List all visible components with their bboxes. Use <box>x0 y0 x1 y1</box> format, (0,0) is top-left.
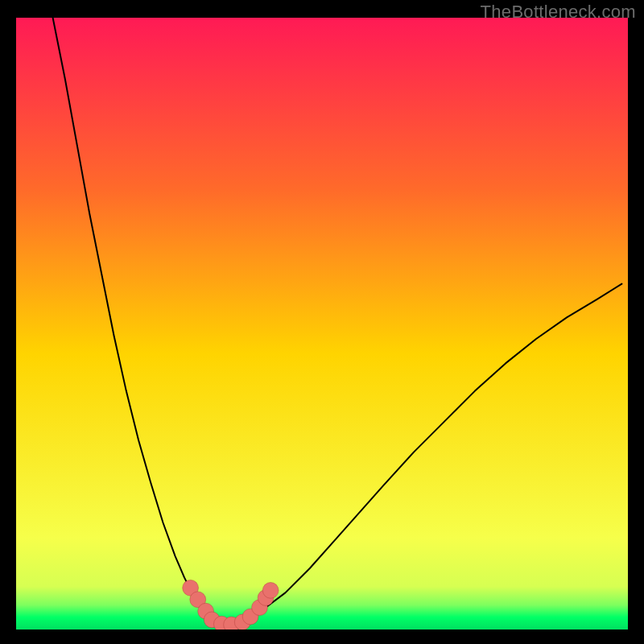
data-marker <box>262 582 279 598</box>
watermark-text: TheBottleneck.com <box>481 2 636 23</box>
bottleneck-curve-chart <box>16 18 628 630</box>
figure-container: TheBottleneck.com <box>0 0 644 644</box>
gradient-background <box>16 18 628 630</box>
plot-area <box>16 18 628 630</box>
